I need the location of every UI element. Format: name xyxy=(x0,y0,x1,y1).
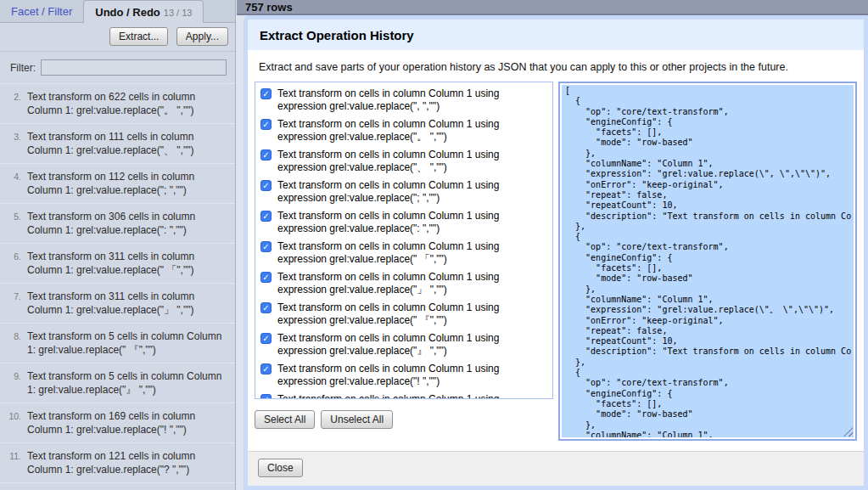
operation-checkbox[interactable]: ✓ xyxy=(260,394,272,399)
operation-row: ✓ Text transform on cells in column Colu… xyxy=(260,363,549,388)
operation-checkbox[interactable]: ✓ xyxy=(260,180,272,191)
operation-label: Text transform on cells in column Column… xyxy=(277,301,549,327)
history-item-number: 7. xyxy=(0,290,27,317)
operation-label: Text transform on cells in column Column… xyxy=(277,271,549,296)
history-item[interactable]: 9. Text transform on 5 cells in column C… xyxy=(0,363,235,403)
left-panel: Facet / Filter Undo / Redo13 / 13 Extrac… xyxy=(0,0,236,490)
history-item-number: 8. xyxy=(0,329,27,357)
operation-label: Text transform on cells in column Column… xyxy=(277,393,549,399)
extract-button[interactable]: Extract... xyxy=(109,27,168,46)
filter-label: Filter: xyxy=(10,62,36,74)
undo-redo-count: 13 / 13 xyxy=(164,8,193,18)
history-item-text: Text transform on 112 cells in column Co… xyxy=(27,170,225,197)
operation-row: ✓ Text transform on cells in column Colu… xyxy=(260,118,549,144)
rows-count-text: 757 rows xyxy=(245,1,293,14)
history-item-number: 9. xyxy=(0,369,27,397)
operation-checkbox[interactable]: ✓ xyxy=(260,241,272,252)
operations-column: ✓ Text transform on cells in column Colu… xyxy=(255,82,553,429)
history-item[interactable]: 8. Text transform on 5 cells in column C… xyxy=(0,323,235,363)
history-item-text: Text transform on 311 cells in column Co… xyxy=(27,290,225,317)
operation-checkbox[interactable]: ✓ xyxy=(260,333,272,344)
operation-row: ✓ Text transform on cells in column Colu… xyxy=(260,210,549,235)
operation-label: Text transform on cells in column Column… xyxy=(277,149,549,174)
dialog-title: Extract Operation History xyxy=(248,20,864,50)
tab-undo-redo[interactable]: Undo / Redo13 / 13 xyxy=(83,0,204,23)
history-item-text: Text transform on 5 cells in column Colu… xyxy=(27,369,225,397)
history-item-text: Text transform on 111 cells in column Co… xyxy=(27,130,225,157)
operation-checkbox[interactable]: ✓ xyxy=(260,363,272,375)
history-item-number: 10. xyxy=(0,409,27,436)
json-column: [ { "op": "core/text-transform", "engine… xyxy=(558,82,857,441)
history-item-text: Text transform on 121 cells in column Co… xyxy=(27,449,225,476)
close-button[interactable]: Close xyxy=(258,459,303,477)
selection-buttons: Select All Unselect All xyxy=(255,410,553,429)
operation-row: ✓ Text transform on cells in column Colu… xyxy=(260,149,549,174)
history-controls: Extract... Apply... xyxy=(0,23,235,52)
history-item[interactable]: 12. Text transform on 0 cells in column … xyxy=(0,482,235,490)
history-item-number: 6. xyxy=(0,250,27,277)
history-item[interactable]: 10. Text transform on 169 cells in colum… xyxy=(0,403,235,442)
history-filter-row: Filter: xyxy=(0,52,235,83)
operation-row: ✓ Text transform on cells in column Colu… xyxy=(260,332,549,358)
operation-checkbox[interactable]: ✓ xyxy=(260,88,272,99)
operation-checkbox[interactable]: ✓ xyxy=(260,211,272,222)
operation-checkbox[interactable]: ✓ xyxy=(260,149,272,161)
operation-label: Text transform on cells in column Column… xyxy=(277,179,549,205)
history-list: 2. Text transform on 622 cells in column… xyxy=(0,83,235,490)
history-item[interactable]: 7. Text transform on 311 cells in column… xyxy=(0,283,235,323)
panel-tabbar: Facet / Filter Undo / Redo13 / 13 xyxy=(0,0,235,23)
history-item[interactable]: 3. Text transform on 111 cells in column… xyxy=(0,123,235,163)
rows-summary-bar: 757 rows xyxy=(237,0,868,15)
operations-list[interactable]: ✓ Text transform on cells in column Colu… xyxy=(255,82,553,399)
dialog-body: Extract and save parts of your operation… xyxy=(248,50,864,451)
history-item[interactable]: 2. Text transform on 622 cells in column… xyxy=(0,83,235,123)
dialog-columns: ✓ Text transform on cells in column Colu… xyxy=(255,82,857,441)
operation-label: Text transform on cells in column Column… xyxy=(277,87,549,113)
operation-row: ✓ Text transform on cells in column Colu… xyxy=(260,301,549,327)
operation-label: Text transform on cells in column Column… xyxy=(277,363,549,388)
history-item-text: Text transform on 311 cells in column Co… xyxy=(27,250,225,277)
operation-checkbox[interactable]: ✓ xyxy=(260,272,272,283)
history-item[interactable]: 11. Text transform on 121 cells in colum… xyxy=(0,442,235,482)
operation-checkbox[interactable]: ✓ xyxy=(260,119,272,130)
dialog-description: Extract and save parts of your operation… xyxy=(255,56,857,73)
history-item-number: 5. xyxy=(0,210,27,237)
operation-row: ✓ Text transform on cells in column Colu… xyxy=(260,393,549,399)
operation-row: ✓ Text transform on cells in column Colu… xyxy=(260,240,549,266)
history-item-number: 11. xyxy=(0,449,27,476)
unselect-all-button[interactable]: Unselect All xyxy=(321,410,393,429)
history-item[interactable]: 6. Text transform on 311 cells in column… xyxy=(0,243,235,283)
history-filter-input[interactable] xyxy=(41,59,227,76)
tab-undo-redo-label: Undo / Redo xyxy=(95,6,160,19)
operation-label: Text transform on cells in column Column… xyxy=(277,210,549,235)
operation-row: ✓ Text transform on cells in column Colu… xyxy=(260,271,549,296)
history-item[interactable]: 5. Text transform on 306 cells in column… xyxy=(0,203,235,243)
operation-row: ✓ Text transform on cells in column Colu… xyxy=(260,87,549,113)
tab-facet-filter[interactable]: Facet / Filter xyxy=(0,0,83,22)
json-output-container: [ { "op": "core/text-transform", "engine… xyxy=(558,82,857,441)
dialog-footer: Close xyxy=(248,451,864,486)
history-item-text: Text transform on 5 cells in column Colu… xyxy=(27,329,225,357)
history-item-number: 3. xyxy=(0,130,27,157)
operation-label: Text transform on cells in column Column… xyxy=(277,240,549,266)
history-item-text: Text transform on 622 cells in column Co… xyxy=(27,90,225,117)
history-item-number: 4. xyxy=(0,170,27,197)
operation-checkbox[interactable]: ✓ xyxy=(260,302,272,313)
extract-operation-history-dialog: Extract Operation History Extract and sa… xyxy=(244,15,868,490)
select-all-button[interactable]: Select All xyxy=(255,410,315,429)
history-item[interactable]: 4. Text transform on 112 cells in column… xyxy=(0,163,235,203)
json-output-textarea[interactable]: [ { "op": "core/text-transform", "engine… xyxy=(562,85,854,437)
operation-label: Text transform on cells in column Column… xyxy=(277,118,549,144)
history-item-text: Text transform on 169 cells in column Co… xyxy=(27,409,225,436)
history-item-number: 2. xyxy=(0,90,27,117)
history-item-text: Text transform on 306 cells in column Co… xyxy=(27,210,225,237)
operation-row: ✓ Text transform on cells in column Colu… xyxy=(260,179,549,205)
operation-label: Text transform on cells in column Column… xyxy=(277,332,549,358)
apply-button[interactable]: Apply... xyxy=(176,27,228,46)
